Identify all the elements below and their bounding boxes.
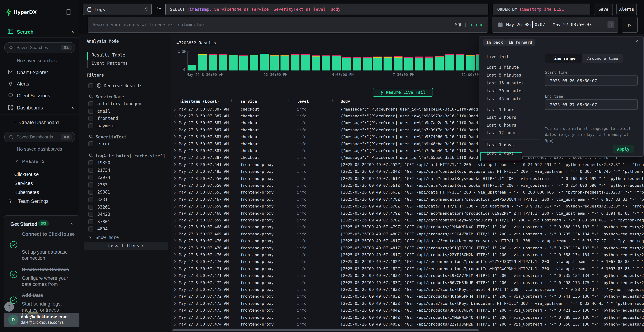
save-button[interactable]: Save bbox=[594, 4, 613, 15]
time-option[interactable]: Last 6 hours bbox=[486, 122, 516, 128]
table-row[interactable]: ❯May 27 8:50:07.473 AMfrontend-proxyinfo… bbox=[171, 314, 644, 321]
time-option[interactable]: Last 15 minutes bbox=[486, 80, 524, 86]
row-expander-icon[interactable]: ❯ bbox=[174, 273, 176, 277]
time-option-selected[interactable]: Last 1 days bbox=[486, 142, 514, 148]
row-expander-icon[interactable]: ❯ bbox=[174, 114, 176, 118]
shift-1h-back-button[interactable]: 1h back bbox=[483, 39, 506, 46]
close-icon[interactable]: × bbox=[635, 38, 638, 44]
table-row[interactable]: ❯May 27 8:50:07.474 AMfrontend-proxyinfo… bbox=[171, 321, 644, 328]
table-row[interactable]: ❯May 27 8:50:07.559 AMfrontend-proxyinfo… bbox=[171, 217, 644, 224]
denoise-results-option[interactable]: Denoise Results bbox=[79, 83, 171, 89]
event-search-input[interactable]: Search your events w/ Lucene ex. column:… bbox=[88, 17, 488, 32]
table-row[interactable]: ❯May 27 8:50:07.553 AMfrontend-proxyinfo… bbox=[171, 189, 644, 196]
row-expander-icon[interactable]: ❯ bbox=[174, 134, 176, 138]
row-expander-icon[interactable]: ❯ bbox=[174, 260, 176, 264]
histogram-bar[interactable] bbox=[373, 57, 382, 70]
row-expander-icon[interactable]: ❯ bbox=[174, 294, 176, 298]
filter-option[interactable]: email bbox=[79, 108, 171, 114]
filter-option[interactable]: 32311 bbox=[79, 196, 171, 203]
histogram-bar[interactable] bbox=[332, 56, 340, 70]
histogram-bar[interactable] bbox=[229, 54, 238, 70]
time-option[interactable]: Last 45 minutes bbox=[486, 96, 524, 101]
sidebar-item-search[interactable]: Search ∧ bbox=[0, 27, 79, 37]
get-started-item-title[interactable]: Add Data bbox=[22, 293, 76, 298]
filter-option[interactable]: error bbox=[79, 140, 171, 147]
row-expander-icon[interactable]: ❯ bbox=[174, 266, 176, 270]
row-expander-icon[interactable]: ❯ bbox=[174, 301, 176, 305]
row-expander-icon[interactable]: ❯ bbox=[174, 176, 176, 180]
resume-live-tail-button[interactable]: Resume Live Tail bbox=[373, 88, 433, 96]
help-button[interactable]: ? bbox=[4, 302, 14, 312]
histogram-bar[interactable] bbox=[270, 55, 279, 70]
row-expander-icon[interactable]: ❯ bbox=[174, 148, 176, 152]
table-row[interactable]: ❯May 27 8:50:07.472 AMfrontend-proxyinfo… bbox=[171, 280, 644, 286]
row-expander-icon[interactable]: ❯ bbox=[174, 218, 176, 222]
checkbox[interactable] bbox=[88, 182, 94, 188]
histogram-bar[interactable] bbox=[404, 57, 413, 70]
sidebar-item-client-sessions[interactable]: Client Sessions bbox=[0, 91, 79, 100]
row-expander-icon[interactable]: ❯ bbox=[174, 322, 176, 326]
row-expander-icon[interactable]: ❯ bbox=[174, 211, 176, 215]
filter-option[interactable]: frontend bbox=[79, 115, 171, 122]
saved-dashboards-input[interactable]: Saved Dashboards ⌘K bbox=[4, 132, 75, 142]
histogram-bar[interactable] bbox=[239, 56, 248, 70]
filter-option[interactable]: artillery-loadgen bbox=[79, 100, 171, 107]
histogram-bar[interactable] bbox=[188, 64, 196, 70]
table-row[interactable]: ❯May 27 8:50:07.541 AMfrontend-proxyinfo… bbox=[171, 161, 644, 168]
row-expander-icon[interactable]: ❯ bbox=[174, 287, 176, 291]
chevron-up-icon[interactable]: ∧ bbox=[70, 222, 73, 226]
table-row[interactable]: ❯May 27 8:50:07.473 AMfrontend-proxyinfo… bbox=[171, 307, 644, 314]
get-started-item-title[interactable]: Connect to ClickHouse bbox=[22, 232, 76, 237]
table-row[interactable]: ❯May 27 8:50:07.470 AMfrontend-proxyinfo… bbox=[171, 245, 644, 252]
column-resize-handle[interactable]: ⋮ bbox=[330, 98, 334, 102]
filter-option[interactable]: 4894 bbox=[79, 226, 171, 232]
row-expander-icon[interactable]: ❯ bbox=[174, 128, 176, 132]
apply-button[interactable]: Apply bbox=[613, 145, 634, 153]
checkbox[interactable] bbox=[88, 168, 94, 172]
sidebar-item-chart-explorer[interactable]: Chart Explorer bbox=[0, 68, 79, 77]
date-range-input[interactable]: May 26 08:50:07 - May 27 08:50:07 d bbox=[492, 17, 618, 32]
row-expander-icon[interactable]: ❯ bbox=[174, 142, 176, 146]
row-expander-icon[interactable]: ❯ bbox=[174, 238, 176, 242]
user-account-chip[interactable]: D dale@clickhouse.com dale@clickhouse.co… bbox=[4, 313, 80, 327]
histogram-bar[interactable] bbox=[342, 58, 351, 70]
histogram-bar[interactable] bbox=[219, 54, 227, 70]
checkbox[interactable] bbox=[88, 175, 94, 180]
time-option[interactable]: Last 12 hours bbox=[486, 130, 519, 135]
show-more-button[interactable]: ∨ Show more bbox=[79, 235, 171, 240]
row-expander-icon[interactable]: ❯ bbox=[174, 308, 176, 312]
row-expander-icon[interactable]: ❯ bbox=[174, 315, 176, 319]
checkbox[interactable] bbox=[88, 197, 94, 202]
histogram-bar[interactable] bbox=[466, 55, 474, 70]
histogram-bar[interactable] bbox=[208, 54, 217, 70]
checkbox[interactable] bbox=[88, 116, 94, 121]
mode-event-patterns[interactable]: Event Patterns bbox=[92, 61, 128, 66]
time-option[interactable]: Last 1 minute bbox=[486, 65, 519, 70]
row-expander-icon[interactable]: ❯ bbox=[174, 121, 176, 125]
table-row[interactable]: ❯May 27 8:50:07.470 AMfrontend-proxyinfo… bbox=[171, 259, 644, 266]
search-icon[interactable] bbox=[89, 134, 93, 138]
histogram-bar[interactable] bbox=[394, 56, 402, 70]
row-expander-icon[interactable]: ❯ bbox=[174, 183, 176, 187]
table-row[interactable]: ❯May 27 8:50:07.471 AMfrontend-proxyinfo… bbox=[171, 272, 644, 280]
column-header-level[interactable]: level bbox=[297, 99, 309, 104]
filter-option[interactable]: 37801 bbox=[79, 218, 171, 225]
sidebar-collapse-icon[interactable] bbox=[66, 9, 71, 15]
saved-searches-input[interactable]: Saved Searches ⌘K bbox=[4, 42, 75, 53]
histogram-bar[interactable] bbox=[301, 54, 310, 70]
shift-1h-forward-button[interactable]: 1h forward bbox=[506, 39, 535, 46]
row-expander-icon[interactable]: ❯ bbox=[174, 197, 176, 201]
row-expander-icon[interactable]: ❯ bbox=[174, 225, 176, 229]
table-row[interactable]: ❯May 27 8:50:07.471 AMfrontend-proxyinfo… bbox=[171, 266, 644, 272]
lucene-mode-toggle[interactable]: Lucene bbox=[468, 22, 483, 27]
time-option[interactable]: Last 3 hours bbox=[486, 115, 516, 120]
tab-time-range[interactable]: Time range bbox=[545, 54, 582, 62]
histogram-bar[interactable] bbox=[322, 55, 330, 70]
table-row[interactable]: ❯May 27 8:50:07.468 AMfrontend-proxyinfo… bbox=[171, 210, 644, 217]
checkbox[interactable] bbox=[88, 141, 94, 146]
horizontal-scrollbar[interactable] bbox=[172, 329, 479, 331]
histogram-bar[interactable] bbox=[456, 54, 464, 70]
histogram-bar[interactable] bbox=[384, 56, 392, 70]
histogram-bar[interactable] bbox=[260, 54, 268, 70]
histogram-bar[interactable] bbox=[414, 57, 423, 70]
